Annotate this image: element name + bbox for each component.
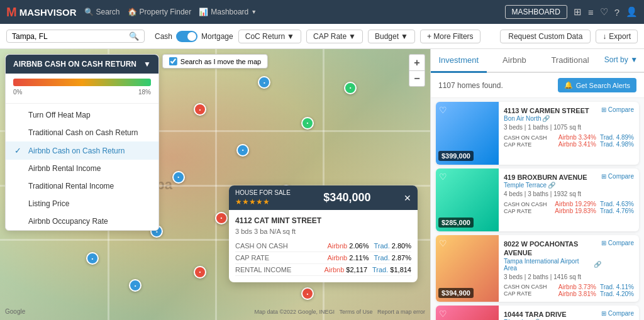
more-filters[interactable]: + More Filters [420,30,480,43]
popup-type: HOUSE FOR SALE [235,189,291,196]
map-pin[interactable]: • [236,144,249,157]
search-move-checkbox[interactable] [169,57,177,65]
stat-cap-rate: CAP RATE Airbnb 3.81% Trad. 4.20% [504,290,634,297]
cash-toggle-group: Cash Mortgage [155,31,233,42]
dropdown-arrow-icon: ▼ [143,60,151,69]
listing-price-badge: $394,900 [438,288,474,298]
heatmap-item-occupancy[interactable]: Airbnb Occupancy Rate [6,212,158,230]
listing-price-badge: $399,000 [438,151,474,161]
right-panel: Investment Airbnb Traditional Sort by ▼ … [430,49,644,320]
favorite-button[interactable]: ♡ [439,238,447,248]
compare-button[interactable]: ⊞ Compare [601,173,634,180]
export-icon: ↓ [602,32,606,41]
map-pin[interactable]: • [344,82,357,94]
zoom-controls: + − [409,54,425,87]
listing-price-badge: $285,000 [438,218,474,228]
favorite-button[interactable]: ♡ [439,172,447,182]
compare-button[interactable]: ⊞ Compare [601,240,634,246]
search-as-move: Search as I move the map [162,54,268,69]
gradient-min: 0% [13,89,22,96]
listing-beds: 3 beds | 2 baths | 1416 sq ft [504,273,601,280]
nav-property-finder[interactable]: 🏠 Property Finder [128,8,192,16]
popup-cash-on-cash: CASH ON CASH Airbnb 2.06% Trad. 2.80% [235,240,411,252]
gradient-max: 18% [138,89,151,96]
mashboard-button[interactable]: MASHBOARD [505,5,567,19]
search-icon: 🔍 [129,31,139,41]
listing-image: ♡ $399,000 [436,102,499,165]
popup-header: HOUSE FOR SALE ★★★★★ $340,000 ✕ [229,185,418,210]
listing-beds: 3 beds | 1 baths | 1075 sq ft [504,124,589,131]
heatmap-item-traditional-rental[interactable]: Traditional Rental Income [6,177,158,195]
budget-filter[interactable]: Budget ▼ [368,30,415,43]
listing-card: ♡ $399,000 4113 W CARMEN STREET Bon Air … [436,102,639,165]
stat-cash-on-cash: CASH ON CASH Airbnb 3.34% Trad. 4.89% [504,134,634,141]
heatmap-item-off[interactable]: Turn Off Heat Map [6,106,158,124]
nav-mashboard[interactable]: 📊 Mashboard ▼ [199,8,257,16]
heatmap-item-traditional-coc[interactable]: Traditional Cash on Cash Return [6,124,158,141]
filter-bar: 🔍 Cash Mortgage CoC Return ▼ CAP Rate ▼ … [0,24,644,49]
homes-count: 1107 homes found. [438,81,503,90]
top-nav: M MASHVISOR 🔍 Search 🏠 Property Finder 📊… [0,0,644,24]
compare-button[interactable]: ⊞ Compare [601,106,634,113]
popup-price: $340,000 [323,191,370,204]
listings-list: ♡ $399,000 4113 W CARMEN STREET Bon Air … [431,98,644,320]
heatmap-item-listing-price[interactable]: Listing Price [6,195,158,212]
popup-cap-rate: CAP RATE Airbnb 2.11% Trad. 2.87% [235,252,411,264]
coc-return-filter[interactable]: CoC Return ▼ [238,30,301,43]
popup-close-button[interactable]: ✕ [404,193,411,203]
map-area[interactable]: Tampa • • • • • • • • • • • • • • • • • [0,49,430,320]
location-input[interactable] [12,32,129,41]
map-pin[interactable]: • [215,212,228,224]
request-custom-data-button[interactable]: Request Custom Data [500,30,591,43]
help-icon[interactable]: ? [614,7,619,18]
heatmap-header[interactable]: AIRBNB CASH ON CASH RETURN ▼ [6,55,158,74]
listing-image: ♡ $285,000 [436,168,499,231]
nav-search[interactable]: 🔍 Search [84,8,120,16]
listing-area[interactable]: Temple Terrace 🔗 [504,182,587,189]
stat-cap-rate: CAP RATE Airbnb 3.41% Trad. 4.98% [504,141,634,148]
listing-card: ♡ $285,000 419 BROXBURN AVENUE Temple Te… [436,168,639,231]
tab-traditional[interactable]: Traditional [542,49,598,73]
popup-address: 4112 CAT MINT STREET [235,216,411,225]
map-pin[interactable]: • [301,287,314,300]
tab-investment[interactable]: Investment [431,49,487,73]
road [215,49,217,320]
map-pin[interactable]: • [86,252,99,265]
heatmap-item-airbnb-rental[interactable]: Airbnb Rental Income [6,160,158,177]
get-search-alerts-button[interactable]: 🔔 Get Search Alerts [558,78,636,92]
map-pin[interactable]: • [194,103,206,116]
listing-area[interactable]: Bon Air North 🔗 [504,115,589,122]
panel-tabs: Investment Airbnb Traditional Sort by ▼ [431,49,644,73]
stat-cash-on-cash: CASH ON CASH Airbnb 3.73% Trad. 4.11% [504,284,634,290]
map-pin[interactable]: • [172,171,185,184]
heart-icon[interactable]: ♡ [600,6,608,18]
logo: M MASHVISOR [6,5,77,19]
zoom-in-button[interactable]: + [409,54,425,70]
heatmap-item-airbnb-coc[interactable]: ✓ Airbnb Cash on Cash Return [6,141,158,160]
google-logo: Google [5,308,25,315]
favorite-button[interactable]: ♡ [439,105,447,115]
listing-area[interactable]: Tampa International Airport Area 🔗 [504,258,601,272]
favorite-button[interactable]: ♡ [439,309,447,319]
listing-address: 4113 W CARMEN STREET [504,106,589,115]
main-content: Tampa • • • • • • • • • • • • • • • • • [0,49,644,320]
bell-icon: 🔔 [564,81,573,89]
popup-beds: 3 bds 3 ba N/A sq ft [235,228,411,235]
table-icon[interactable]: ≡ [588,7,594,18]
grid-icon[interactable]: ⊞ [574,6,582,18]
map-pin[interactable]: • [301,117,314,130]
cap-rate-filter[interactable]: CAP Rate ▼ [306,30,363,43]
sort-by-button[interactable]: Sort by ▼ [598,49,644,72]
tab-airbnb[interactable]: Airbnb [487,49,543,73]
mortgage-label: Mortgage [201,32,233,41]
map-pin[interactable]: • [194,266,206,279]
listing-image: ♡ $-- [436,306,499,320]
location-search[interactable]: 🔍 [6,30,145,43]
user-icon[interactable]: 👤 [626,6,638,18]
export-button[interactable]: ↓ Export [596,30,638,43]
listing-card: ♡ $394,900 8022 W POCAHONTAS AVENUE Tamp… [436,235,639,302]
cash-mortgage-toggle[interactable] [176,31,197,42]
property-popup: HOUSE FOR SALE ★★★★★ $340,000 ✕ 4112 CAT… [229,185,418,282]
compare-button[interactable]: ⊞ Compare [601,310,634,317]
zoom-out-button[interactable]: − [409,70,425,87]
